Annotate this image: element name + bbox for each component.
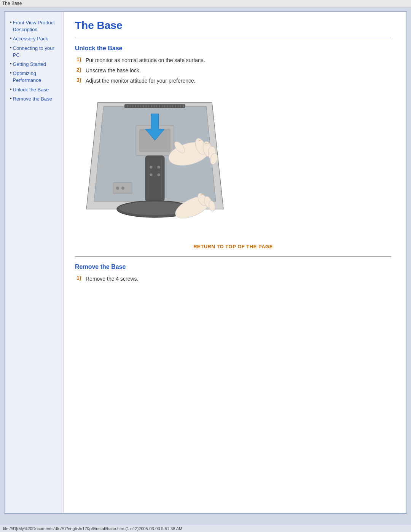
sidebar-nav: • Front View Product Description • Acces…	[10, 19, 59, 102]
section-unlock: Unlock the Base 1) Put monitor as normal…	[75, 45, 391, 249]
svg-point-49	[150, 166, 153, 169]
sidebar-item-connecting[interactable]: • Connecting to your PC	[10, 45, 59, 59]
svg-point-50	[157, 166, 160, 169]
svg-rect-2	[124, 104, 185, 108]
sidebar-link-unlock[interactable]: Unlock the Base	[13, 86, 49, 93]
remove-step-1: 1) Remove the 4 screws.	[76, 275, 391, 283]
step-3: 3) Adjust the monitor attitude for your …	[76, 77, 391, 85]
section-remove-title: Remove the Base	[75, 264, 391, 270]
svg-point-51	[150, 173, 153, 176]
sidebar-link-accessory[interactable]: Accessory Pack	[13, 35, 48, 42]
sidebar-item-optimizing[interactable]: • Optimizing Performance	[10, 70, 59, 84]
remove-step-1-text: Remove the 4 screws.	[86, 275, 139, 283]
sidebar-item-unlock[interactable]: • Unlock the Base	[10, 86, 59, 93]
unlock-steps: 1) Put monitor as normal attitude on the…	[75, 56, 391, 85]
step-2: 2) Unscrew the base lock.	[76, 67, 391, 75]
svg-point-47	[116, 187, 119, 190]
step-1-text: Put monitor as normal attitude on the sa…	[86, 56, 205, 64]
main-content: The Base Unlock the Base 1) Put monitor …	[64, 12, 406, 513]
step-2-text: Unscrew the base lock.	[86, 67, 141, 75]
sidebar-link-getting-started[interactable]: Getting Started	[13, 61, 46, 68]
sidebar-item-getting-started[interactable]: • Getting Started	[10, 61, 59, 68]
sidebar-link-optimizing[interactable]: Optimizing Performance	[13, 70, 59, 84]
monitor-svg	[75, 91, 235, 236]
return-link-anchor[interactable]: RETURN TO TOP OF THE PAGE	[193, 244, 273, 249]
status-bar: file:///D|/My%20Documents/dfu/A7/english…	[0, 525, 411, 532]
divider-middle	[75, 256, 391, 257]
sidebar-link-remove[interactable]: Remove the Base	[13, 96, 52, 102]
divider-top	[75, 38, 391, 38]
step-1: 1) Put monitor as normal attitude on the…	[76, 56, 391, 64]
sidebar-item-remove[interactable]: • Remove the Base	[10, 96, 59, 102]
svg-point-52	[157, 173, 160, 176]
sidebar-item-frontview[interactable]: • Front View Product Description	[10, 19, 59, 33]
section-remove: Remove the Base 1) Remove the 4 screws.	[75, 264, 391, 283]
browser-outer: • Front View Product Description • Acces…	[0, 7, 411, 525]
title-bar: The Base	[0, 0, 411, 7]
step-3-num: 3)	[76, 77, 83, 83]
step-2-num: 2)	[76, 67, 83, 73]
sidebar-link-connecting[interactable]: Connecting to your PC	[13, 45, 59, 59]
sidebar: • Front View Product Description • Acces…	[5, 12, 64, 513]
title-bar-text: The Base	[2, 1, 22, 6]
monitor-illustration	[75, 91, 235, 236]
browser-frame: • Front View Product Description • Acces…	[4, 11, 407, 514]
svg-point-48	[121, 187, 124, 190]
step-1-num: 1)	[76, 56, 83, 62]
remove-step-1-num: 1)	[76, 275, 83, 281]
section-unlock-title: Unlock the Base	[75, 45, 391, 52]
sidebar-item-accessory[interactable]: • Accessory Pack	[10, 35, 59, 42]
step-3-text: Adjust the monitor attitude for your pre…	[86, 77, 196, 85]
remove-steps: 1) Remove the 4 screws.	[75, 275, 391, 283]
page-title: The Base	[75, 19, 391, 32]
sidebar-link-frontview[interactable]: Front View Product Description	[13, 19, 59, 33]
return-to-top[interactable]: RETURN TO TOP OF THE PAGE	[75, 243, 391, 249]
status-bar-text: file:///D|/My%20Documents/dfu/A7/english…	[3, 526, 182, 531]
